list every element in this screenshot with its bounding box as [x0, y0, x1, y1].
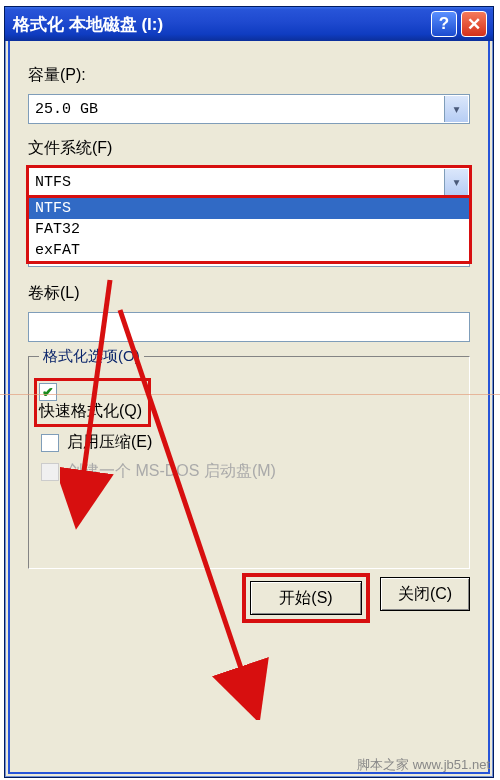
titlebar[interactable]: 格式化 本地磁盘 (I:) ? ✕: [5, 7, 493, 41]
close-icon: ✕: [467, 14, 481, 35]
filesystem-value: NTFS: [35, 174, 71, 191]
start-button[interactable]: 开始(S): [250, 581, 362, 615]
capacity-value: 25.0 GB: [35, 101, 98, 118]
create-msdos-checkbox: 创建一个 MS-DOS 启动盘(M): [41, 461, 457, 482]
filesystem-combo[interactable]: NTFS ▾: [28, 167, 470, 197]
format-options-legend: 格式化选项(O): [39, 347, 144, 366]
watermark: 脚本之家 www.jb51.net: [357, 756, 490, 774]
capacity-label: 容量(P):: [28, 65, 470, 86]
capacity-combo[interactable]: 25.0 GB ▾: [28, 94, 470, 124]
chevron-down-icon[interactable]: ▾: [444, 96, 468, 122]
format-dialog: 格式化 本地磁盘 (I:) ? ✕ 容量(P): 25.0 GB ▾ 文件系统(…: [4, 6, 494, 778]
help-button[interactable]: ?: [431, 11, 457, 37]
checkbox-icon: [41, 434, 59, 452]
checkbox-icon: ✔: [39, 383, 57, 401]
quick-format-label: 快速格式化(Q): [39, 402, 142, 419]
client-area: 容量(P): 25.0 GB ▾ 文件系统(F) NTFS ▾ NTFS FAT…: [8, 41, 490, 774]
help-icon: ?: [439, 14, 449, 34]
create-msdos-label: 创建一个 MS-DOS 启动盘(M): [67, 461, 276, 482]
filesystem-dropdown[interactable]: NTFS FAT32 exFAT: [28, 197, 470, 262]
volume-input[interactable]: [28, 312, 470, 342]
close-window-button[interactable]: ✕: [461, 11, 487, 37]
checkbox-icon: [41, 463, 59, 481]
filesystem-label: 文件系统(F): [28, 138, 470, 159]
format-options-group: 格式化选项(O) ✔ 快速格式化(Q) 启用压缩(E) 创建一个 MS-DOS …: [28, 356, 470, 569]
window-title: 格式化 本地磁盘 (I:): [13, 13, 163, 36]
quick-format-checkbox[interactable]: ✔ 快速格式化(Q): [41, 381, 457, 424]
filesystem-option-fat32[interactable]: FAT32: [29, 219, 469, 240]
close-button[interactable]: 关闭(C): [380, 577, 470, 611]
start-button-highlight: 开始(S): [246, 577, 366, 619]
annotation-divider: [0, 394, 500, 395]
filesystem-option-ntfs[interactable]: NTFS: [29, 198, 469, 219]
filesystem-option-exfat[interactable]: exFAT: [29, 240, 469, 261]
enable-compress-label: 启用压缩(E): [67, 432, 152, 453]
enable-compress-checkbox[interactable]: 启用压缩(E): [41, 432, 457, 453]
chevron-down-icon[interactable]: ▾: [444, 169, 468, 195]
volume-label: 卷标(L): [28, 283, 470, 304]
